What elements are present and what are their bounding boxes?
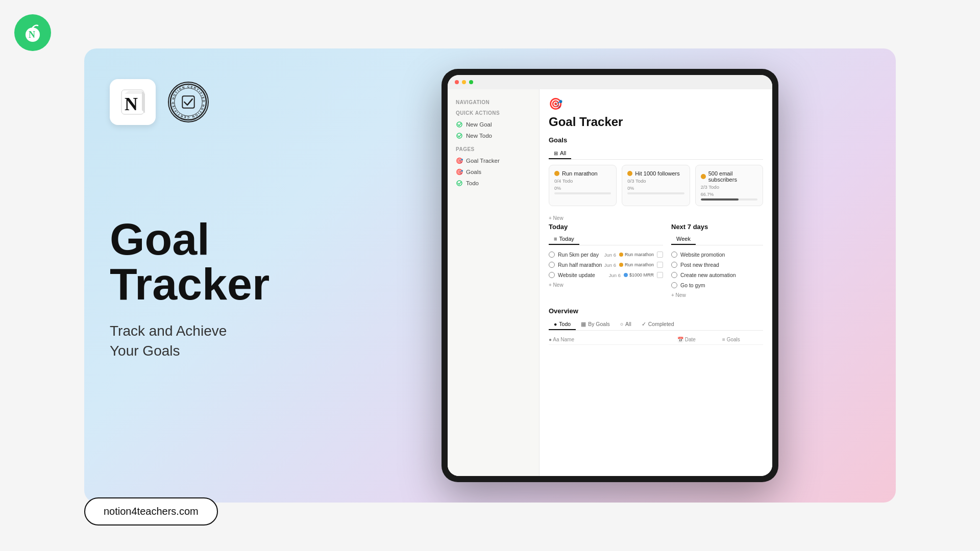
progress-track-3: [701, 198, 757, 201]
next7-item-2-left: Post new thread: [671, 262, 719, 268]
progress-label-2: 0%: [627, 186, 684, 191]
todo-item-1: Run 5km per day Jun 6 Run marathon: [549, 249, 663, 260]
main-card: N NOTION CERTIFIED: [84, 48, 896, 503]
notion-logo: N: [110, 79, 156, 125]
tablet-topbar: [448, 75, 772, 89]
today-new-btn[interactable]: + New: [549, 280, 663, 290]
brand-logos: N NOTION CERTIFIED: [110, 79, 309, 125]
todo-item-2-right: Jun 6 Run marathon: [604, 262, 663, 268]
next7-new-btn[interactable]: + New: [671, 290, 763, 300]
todo-tag-dot-3: [624, 273, 628, 277]
progress-label-1: 0%: [554, 186, 611, 191]
subtitle: Track and Achieve Your Goals: [110, 321, 309, 361]
next7-circle-3: [671, 272, 677, 278]
goal-card-title-2: Hit 1000 followers: [627, 170, 684, 177]
goals-section: Goals ⊞ All: [549, 136, 763, 223]
svg-text:N: N: [29, 30, 35, 40]
overview-title: Overview: [549, 307, 763, 315]
todo-check-2[interactable]: [657, 262, 663, 268]
svg-text:N: N: [125, 94, 138, 114]
notion-sidebar: Navigation Quick Actions New Goal: [448, 89, 540, 476]
minimize-dot: [462, 80, 466, 84]
today-section: Today ≡ Today: [549, 223, 663, 300]
today-title: Today: [549, 223, 663, 231]
next7-item-3-left: Create new automation: [671, 272, 736, 278]
overview-tab-todo[interactable]: ● Todo: [549, 319, 576, 330]
overview-tab-by-goals[interactable]: ▦ By Goals: [576, 319, 615, 330]
tab-all[interactable]: ⊞ All: [549, 148, 571, 159]
overview-tab-completed[interactable]: ✓ Completed: [636, 319, 679, 330]
pages-label: Pages: [453, 141, 534, 155]
new-goal-icon: [456, 121, 463, 128]
goal-meta-1: 0/4 Todo: [554, 178, 611, 184]
todo-circle-2: [549, 262, 555, 268]
todo-item-2: Run half marathon Jun 6 Run marathon: [549, 260, 663, 270]
page-title: Goal Tracker: [549, 115, 763, 129]
week-tab[interactable]: Week: [671, 234, 696, 245]
next7-circle-1: [671, 252, 677, 258]
goals-section-title: Goals: [549, 136, 763, 144]
goal-status-dot-2: [627, 171, 632, 176]
page-icon: 🎯: [549, 97, 562, 111]
col-goals-header: ≡ Goals: [722, 337, 763, 342]
todo-tag-2: Run marathon: [619, 262, 654, 267]
next7-section: Next 7 days Week Website promot: [671, 223, 763, 300]
todo-item-2-left: Run half marathon: [549, 262, 602, 268]
right-panel: Navigation Quick Actions New Goal: [334, 48, 896, 503]
goals-new-btn[interactable]: + New: [549, 213, 763, 223]
sidebar-item-todo[interactable]: Todo: [453, 178, 534, 189]
goal-card-followers: Hit 1000 followers 0/3 Todo 0%: [622, 165, 690, 206]
todo-check-3[interactable]: [657, 272, 663, 278]
todo-check-1[interactable]: [657, 252, 663, 258]
goal-status-dot-3: [701, 174, 706, 179]
next7-tab-bar: Week: [671, 234, 763, 245]
goal-tracker-icon: 🎯: [456, 157, 463, 164]
navigation-label: Navigation: [453, 97, 534, 108]
goals-grid: Run marathon 0/4 Todo 0%: [549, 165, 763, 206]
overview-tab-all[interactable]: ○ All: [615, 319, 636, 330]
sidebar-item-goals[interactable]: 🎯 Goals: [453, 166, 534, 178]
next7-item-4-left: Go to gym: [671, 282, 705, 288]
two-col-section: Today ≡ Today: [549, 223, 763, 300]
overview-table-header: ● Aa Name 📅 Date ≡ Goals: [549, 335, 763, 345]
sidebar-item-goal-tracker[interactable]: 🎯 Goal Tracker: [453, 155, 534, 166]
col-date-header: 📅 Date: [677, 337, 718, 342]
new-todo-icon: [456, 132, 463, 139]
todo-item-3: Website update Jun 6 $1000 MRR: [549, 270, 663, 280]
next7-title: Next 7 days: [671, 223, 763, 231]
notion-main-content: 🎯 Goal Tracker Goals ⊞ All: [540, 89, 772, 476]
todo-item-3-left: Website update: [549, 272, 595, 278]
notion-app: Navigation Quick Actions New Goal: [448, 89, 772, 476]
next7-item-2: Post new thread: [671, 260, 763, 270]
goal-meta-3: 2/3 Todo: [701, 184, 757, 190]
goal-card-title-3: 500 email subscribers: [701, 170, 757, 183]
todo-tag-dot-1: [619, 253, 623, 257]
sidebar-item-new-todo[interactable]: New Todo: [453, 130, 534, 141]
todo-item-3-right: Jun 6 $1000 MRR: [609, 272, 663, 278]
next7-circle-2: [671, 262, 677, 268]
next7-circle-4: [671, 282, 677, 288]
site-logo[interactable]: N: [14, 14, 51, 51]
progress-track-2: [627, 192, 684, 194]
progress-track-1: [554, 192, 611, 194]
goal-status-dot-1: [554, 171, 559, 176]
sidebar-item-new-goal[interactable]: New Goal: [453, 119, 534, 130]
next7-item-3: Create new automation: [671, 270, 763, 280]
overview-tabs: ● Todo ▦ By Goals ○ All: [549, 319, 763, 331]
goals-tab-bar: ⊞ All: [549, 148, 763, 160]
left-panel: N NOTION CERTIFIED: [84, 48, 334, 503]
goal-card-title-1: Run marathon: [554, 170, 611, 177]
today-tab[interactable]: ≡ Today: [549, 234, 579, 245]
url-badge: notion4teachers.com: [84, 497, 218, 525]
goal-card-run-marathon: Run marathon 0/4 Todo 0%: [549, 165, 617, 206]
page-header: 🎯: [549, 97, 763, 111]
goal-meta-2: 0/3 Todo: [627, 178, 684, 184]
todo-tag-dot-2: [619, 263, 623, 267]
todo-circle-1: [549, 252, 555, 258]
svg-point-6: [175, 88, 203, 116]
tablet-mockup: Navigation Quick Actions New Goal: [442, 69, 778, 482]
quick-actions-label: Quick Actions: [453, 108, 534, 119]
todo-icon: [456, 180, 463, 187]
progress-label-3: 66.7%: [701, 192, 757, 197]
todo-item-1-right: Jun 6 Run marathon: [604, 252, 663, 258]
